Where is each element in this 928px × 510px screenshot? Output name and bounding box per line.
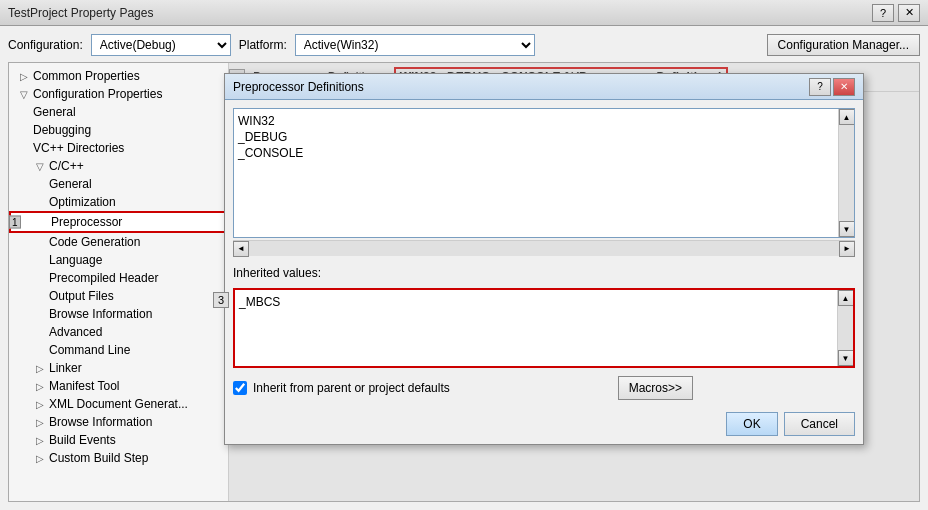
sidebar-item-language[interactable]: Language xyxy=(9,251,228,269)
sidebar-item-label: Browse Information xyxy=(49,415,152,429)
expand-icon: ▷ xyxy=(33,361,47,375)
checkbox-row: Inherit from parent or project defaults … xyxy=(233,376,855,400)
window-title: TestProject Property Pages xyxy=(8,6,153,20)
sidebar-item-label: Precompiled Header xyxy=(49,271,158,285)
inherited-label: Inherited values: xyxy=(233,266,855,280)
inherited-content[interactable]: _MBCS xyxy=(235,290,837,366)
sidebar-item-label: Language xyxy=(49,253,102,267)
expand-icon: ▽ xyxy=(33,159,47,173)
close-button[interactable]: ✕ xyxy=(898,4,920,22)
sidebar: ▷ Common Properties ▽ Configuration Prop… xyxy=(9,63,229,501)
sidebar-item-general[interactable]: General xyxy=(9,103,228,121)
def-item-debug: _DEBUG xyxy=(238,129,834,145)
content-area: ▷ Common Properties ▽ Configuration Prop… xyxy=(8,62,920,502)
sidebar-item-label: Common Properties xyxy=(33,69,140,83)
sidebar-item-label: Configuration Properties xyxy=(33,87,162,101)
expand-icon: ▷ xyxy=(33,433,47,447)
hscroll-track xyxy=(249,241,839,256)
sidebar-item-label: Optimization xyxy=(49,195,116,209)
inherit-checkbox[interactable] xyxy=(233,381,247,395)
expand-icon: ▷ xyxy=(17,69,31,83)
sidebar-item-label: C/C++ xyxy=(49,159,84,173)
sidebar-item-label: Output Files xyxy=(49,289,114,303)
sidebar-item-label: Browse Information xyxy=(49,307,152,321)
sidebar-item-code-gen[interactable]: Code Generation xyxy=(9,233,228,251)
platform-dropdown[interactable]: Active(Win32) xyxy=(295,34,535,56)
vertical-scrollbar: ▲ ▼ xyxy=(838,109,854,237)
sidebar-item-precompiled[interactable]: Precompiled Header xyxy=(9,269,228,287)
sidebar-item-manifest[interactable]: ▷ Manifest Tool xyxy=(9,377,228,395)
ok-button[interactable]: OK xyxy=(726,412,777,436)
modal-dialog: Preprocessor Definitions ? ✕ WIN32 _DEBU… xyxy=(224,73,864,445)
sidebar-item-vcpp-dirs[interactable]: VC++ Directories xyxy=(9,139,228,157)
definitions-content[interactable]: WIN32 _DEBUG _CONSOLE xyxy=(234,109,838,237)
sidebar-item-advanced[interactable]: Advanced xyxy=(9,323,228,341)
scroll-up-button[interactable]: ▲ xyxy=(839,109,855,125)
sidebar-item-label: General xyxy=(33,105,76,119)
sidebar-item-label: Advanced xyxy=(49,325,102,339)
sidebar-item-config-props[interactable]: ▽ Configuration Properties xyxy=(9,85,228,103)
main-panel: 2 Preprocessor Definitions WIN32;_DEBUG;… xyxy=(229,63,919,501)
modal-title: Preprocessor Definitions xyxy=(233,80,364,94)
macros-button[interactable]: Macros>> xyxy=(618,376,693,400)
inherited-scroll-down[interactable]: ▼ xyxy=(838,350,854,366)
help-button[interactable]: ? xyxy=(872,4,894,22)
sidebar-item-cpp-general[interactable]: General xyxy=(9,175,228,193)
modal-help-button[interactable]: ? xyxy=(809,78,831,96)
modal-footer: OK Cancel xyxy=(225,408,863,444)
sidebar-item-cpp[interactable]: ▽ C/C++ xyxy=(9,157,228,175)
config-label: Configuration: xyxy=(8,38,83,52)
expand-icon: ▷ xyxy=(33,379,47,393)
expand-icon: ▷ xyxy=(33,451,47,465)
sidebar-item-linker[interactable]: ▷ Linker xyxy=(9,359,228,377)
sidebar-item-browse-info-sub[interactable]: Browse Information xyxy=(9,305,228,323)
inherited-section: 3 _MBCS ▲ ▼ xyxy=(233,288,855,368)
inherited-value: _MBCS xyxy=(239,294,833,310)
scroll-right-button[interactable]: ► xyxy=(839,241,855,257)
modal-close-button[interactable]: ✕ xyxy=(833,78,855,96)
scroll-left-button[interactable]: ◄ xyxy=(233,241,249,257)
def-item-win32: WIN32 xyxy=(238,113,834,129)
config-row: Configuration: Active(Debug) Platform: A… xyxy=(8,34,920,56)
scroll-track xyxy=(839,125,854,221)
sidebar-item-label: General xyxy=(49,177,92,191)
modal-overlay: Preprocessor Definitions ? ✕ WIN32 _DEBU… xyxy=(229,63,919,501)
sidebar-item-optimization[interactable]: Optimization xyxy=(9,193,228,211)
sidebar-item-debugging[interactable]: Debugging xyxy=(9,121,228,139)
sidebar-item-label: Manifest Tool xyxy=(49,379,119,393)
inherited-scrollbar: ▲ ▼ xyxy=(837,290,853,366)
sidebar-item-label: Code Generation xyxy=(49,235,140,249)
sidebar-item-label: Linker xyxy=(49,361,82,375)
cancel-button[interactable]: Cancel xyxy=(784,412,855,436)
def-item-console: _CONSOLE xyxy=(238,145,834,161)
sidebar-item-common-props[interactable]: ▷ Common Properties xyxy=(9,67,228,85)
horizontal-scrollbar: ◄ ► xyxy=(233,240,855,256)
sidebar-item-preprocessor[interactable]: Preprocessor 1 xyxy=(9,211,228,233)
expand-icon: ▷ xyxy=(33,397,47,411)
main-container: Configuration: Active(Debug) Platform: A… xyxy=(0,26,928,510)
marker-1: 1 xyxy=(9,216,21,229)
sidebar-item-build-events[interactable]: ▷ Build Events xyxy=(9,431,228,449)
sidebar-item-output-files[interactable]: Output Files xyxy=(9,287,228,305)
sidebar-item-custom-build[interactable]: ▷ Custom Build Step xyxy=(9,449,228,467)
sidebar-item-label: XML Document Generat... xyxy=(49,397,188,411)
title-bar: TestProject Property Pages ? ✕ xyxy=(0,0,928,26)
expand-icon: ▷ xyxy=(33,415,47,429)
expand-icon: ▽ xyxy=(17,87,31,101)
sidebar-item-browse-info[interactable]: ▷ Browse Information xyxy=(9,413,228,431)
definitions-area: WIN32 _DEBUG _CONSOLE ▲ ▼ xyxy=(233,108,855,238)
sidebar-item-label: Custom Build Step xyxy=(49,451,148,465)
config-dropdown[interactable]: Active(Debug) xyxy=(91,34,231,56)
sidebar-item-command-line[interactable]: Command Line xyxy=(9,341,228,359)
sidebar-item-label: Command Line xyxy=(49,343,130,357)
inherited-scroll-up[interactable]: ▲ xyxy=(838,290,854,306)
title-bar-buttons: ? ✕ xyxy=(872,4,920,22)
inherited-area: _MBCS ▲ ▼ xyxy=(233,288,855,368)
scroll-down-button[interactable]: ▼ xyxy=(839,221,855,237)
sidebar-item-xml-doc[interactable]: ▷ XML Document Generat... xyxy=(9,395,228,413)
config-manager-button[interactable]: Configuration Manager... xyxy=(767,34,920,56)
sidebar-item-label: Preprocessor xyxy=(51,215,122,229)
modal-title-buttons: ? ✕ xyxy=(809,78,855,96)
inherited-scroll-track xyxy=(838,306,853,350)
sidebar-item-label: Debugging xyxy=(33,123,91,137)
